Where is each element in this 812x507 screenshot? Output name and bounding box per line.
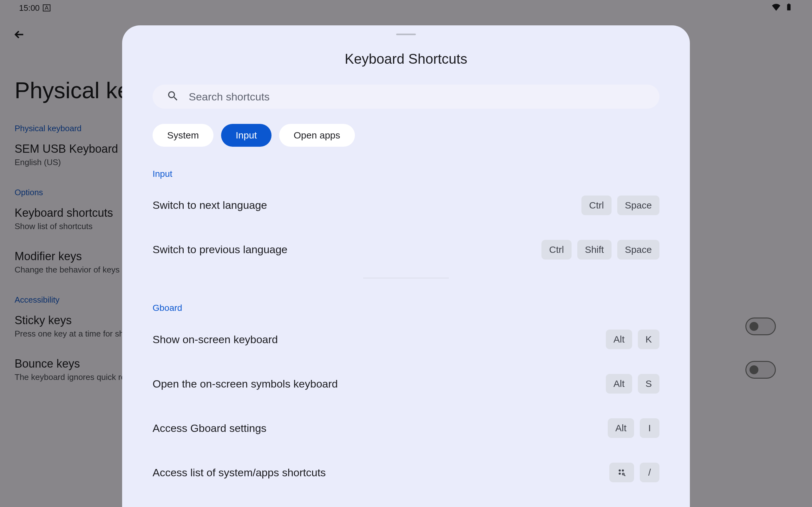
shortcut-row: Access list of system/apps shortcuts / [153,463,659,482]
svg-point-2 [619,473,621,475]
key: Space [617,240,659,260]
shortcut-keys: Ctrl Shift Space [542,240,659,260]
shortcut-label: Open the on-screen symbols keyboard [153,378,338,390]
key: Shift [577,240,612,260]
key: Ctrl [581,195,612,215]
sheet-drag-handle[interactable] [396,34,416,35]
key: / [640,463,659,482]
sheet-title: Keyboard Shortcuts [153,51,659,67]
shortcut-row: Switch to previous language Ctrl Shift S… [153,240,659,260]
svg-point-1 [622,469,624,472]
keyboard-shortcuts-sheet: Keyboard Shortcuts System Input Open app… [122,25,690,507]
key: I [640,418,659,438]
search-icon [166,90,179,104]
group-input-label: Input [153,169,659,179]
key: Alt [606,374,632,394]
svg-point-0 [619,469,621,472]
key: Alt [606,330,632,349]
svg-point-3 [622,473,624,475]
tab-input[interactable]: Input [221,124,271,147]
key: Space [617,195,659,215]
tabs: System Input Open apps [153,124,659,147]
shortcut-label: Access list of system/apps shortcuts [153,466,326,479]
group-divider [363,278,449,278]
shortcut-label: Switch to next language [153,199,267,211]
shortcut-keys: Ctrl Space [581,195,659,215]
shortcut-keys: Alt K [606,330,659,349]
search-input[interactable] [189,91,646,103]
key: S [638,374,659,394]
shortcut-row: Switch to next language Ctrl Space [153,195,659,215]
key: K [638,330,659,349]
launcher-key-icon [609,463,634,482]
shortcut-row: Open the on-screen symbols keyboard Alt … [153,374,659,394]
tab-open-apps[interactable]: Open apps [279,124,355,147]
shortcut-keys: Alt I [608,418,659,438]
key: Alt [608,418,634,438]
shortcut-row: Show on-screen keyboard Alt K [153,330,659,349]
shortcut-label: Show on-screen keyboard [153,333,278,346]
tab-system[interactable]: System [153,124,213,147]
key: Ctrl [542,240,571,260]
svg-line-4 [624,475,625,476]
shortcut-row: Access Gboard settings Alt I [153,418,659,438]
shortcut-label: Access Gboard settings [153,422,266,435]
group-gboard-label: Gboard [153,303,659,313]
search-bar[interactable] [153,84,659,108]
shortcut-keys: Alt S [606,374,659,394]
shortcut-keys: / [609,463,659,482]
shortcut-label: Switch to previous language [153,243,287,256]
